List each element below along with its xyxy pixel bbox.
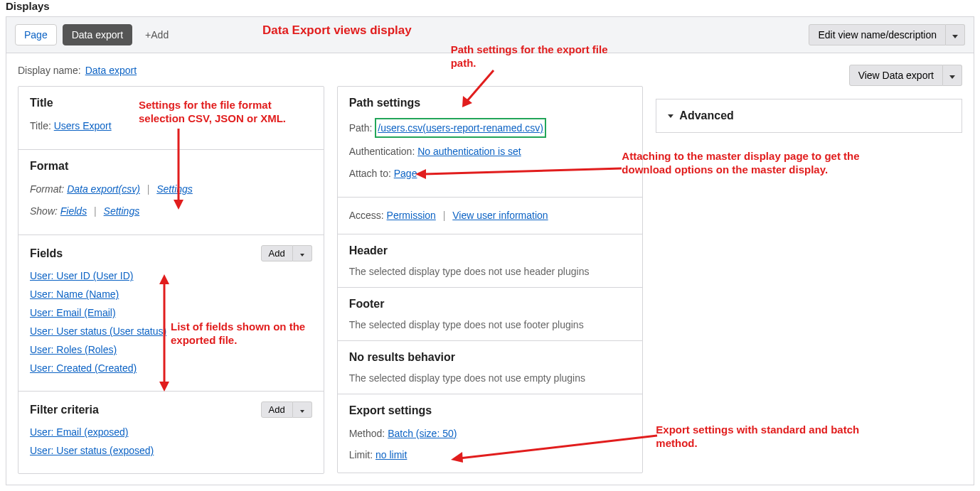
auth-label: Authentication: [349, 146, 415, 157]
title-label: Title: [30, 120, 51, 131]
display-name-label: Display name: [18, 65, 81, 76]
display-body: Display name: Data export View Data expo… [6, 53, 974, 485]
access-value-link[interactable]: Permission [387, 210, 436, 221]
title-value-link[interactable]: Users Export [54, 120, 112, 131]
annotation-export: Export settings with standard and batch … [656, 423, 869, 450]
path-label: Path: [349, 122, 373, 134]
chevron-down-icon [952, 35, 958, 38]
attach-value-link[interactable]: Page [394, 168, 417, 179]
filter-link[interactable]: User: User status (exposed) [30, 445, 154, 456]
view-data-export-dropdown[interactable] [943, 65, 962, 86]
title-heading: Title [30, 97, 312, 109]
format-settings-link[interactable]: Settings [156, 183, 193, 195]
chevron-down-icon [668, 114, 673, 118]
show-label: Show: [30, 205, 58, 217]
show-settings-link[interactable]: Settings [104, 205, 140, 217]
edit-view-name-dropdown[interactable] [946, 24, 965, 45]
annotation-attach: Attaching to the master display page to … [622, 150, 885, 177]
filter-heading: Filter criteria [30, 404, 99, 416]
path-settings-panel: Path settings Path: /users.csv(users-rep… [337, 86, 644, 473]
displays-section-title: Displays [0, 0, 980, 16]
view-data-export-button[interactable]: View Data export [849, 65, 943, 86]
export-settings-heading: Export settings [349, 404, 632, 417]
show-value-link[interactable]: Fields [60, 205, 87, 217]
method-label: Method: [349, 428, 385, 439]
footer-text: The selected display type does not use f… [349, 319, 632, 330]
header-text: The selected display type does not use h… [349, 266, 632, 277]
field-link[interactable]: User: User status (User status) [30, 325, 166, 337]
access-detail-link[interactable]: View user information [452, 210, 548, 221]
attach-label: Attach to: [349, 168, 391, 179]
add-display-button[interactable]: +Add [138, 25, 176, 45]
path-highlight-box: /users.csv(users-report-renamed.csv) [375, 118, 546, 138]
filter-link[interactable]: User: Email (exposed) [30, 426, 129, 438]
field-link[interactable]: User: Email (Email) [30, 307, 116, 318]
path-settings-heading: Path settings [349, 97, 632, 109]
noresults-heading: No results behavior [349, 351, 632, 364]
chevron-down-icon [300, 410, 304, 413]
field-link[interactable]: User: User ID (User ID) [30, 270, 133, 281]
format-label: Format: [30, 183, 64, 195]
method-value-link[interactable]: Batch (size: 50) [388, 428, 457, 439]
advanced-heading: Advanced [679, 109, 733, 122]
edit-view-name-button[interactable]: Edit view name/description [809, 24, 946, 45]
format-heading: Format [30, 160, 312, 173]
access-label: Access: [349, 210, 384, 221]
advanced-panel[interactable]: Advanced [656, 99, 962, 133]
path-value-link[interactable]: /users.csv(users-report-renamed.csv) [378, 122, 543, 134]
add-field-button[interactable]: Add [261, 245, 293, 261]
add-filter-button[interactable]: Add [261, 401, 293, 418]
tab-data-export[interactable]: Data export [63, 24, 132, 45]
annotation-top: Data Export views display [262, 23, 412, 38]
format-value-link[interactable]: Data export(csv) [67, 183, 140, 195]
add-field-dropdown[interactable] [293, 245, 312, 261]
header-heading: Header [349, 244, 632, 257]
field-link[interactable]: User: Name (Name) [30, 288, 119, 300]
tab-page[interactable]: Page [15, 24, 57, 45]
footer-heading: Footer [349, 298, 632, 311]
field-link[interactable]: User: Roles (Roles) [30, 344, 117, 355]
chevron-down-icon [949, 75, 955, 79]
displays-toolbar: Page Data export +Add Edit view name/des… [6, 16, 974, 53]
limit-value-link[interactable]: no limit [376, 449, 407, 460]
fields-heading: Fields [30, 247, 63, 260]
add-filter-dropdown[interactable] [293, 401, 312, 418]
display-name-link[interactable]: Data export [85, 65, 137, 76]
noresults-text: The selected display type does not use e… [349, 372, 632, 384]
title-panel: Title Title: Users Export Format Format:… [18, 86, 324, 474]
chevron-down-icon [300, 254, 304, 257]
field-link[interactable]: User: Created (Created) [30, 362, 137, 374]
auth-value-link[interactable]: No authentication is set [417, 146, 521, 157]
limit-label: Limit: [349, 449, 373, 460]
